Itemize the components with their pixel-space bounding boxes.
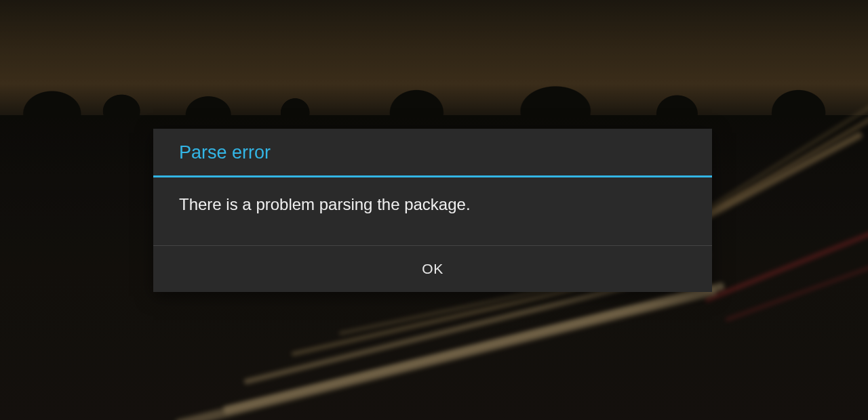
error-dialog: Parse error There is a problem parsing t… xyxy=(153,129,712,292)
dialog-message: There is a problem parsing the package. xyxy=(153,177,712,245)
ok-button[interactable]: OK xyxy=(153,246,712,292)
dialog-button-row: OK xyxy=(153,246,712,292)
dialog-title: Parse error xyxy=(153,129,712,175)
